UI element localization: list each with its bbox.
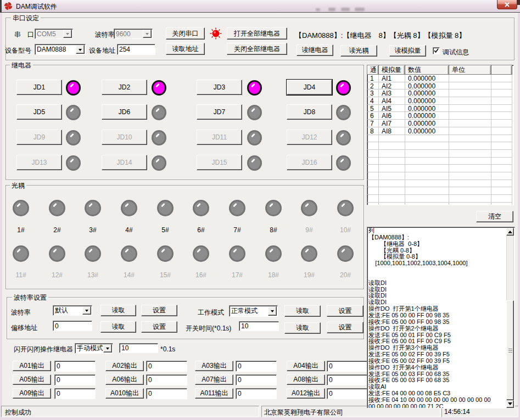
ao8-output-input[interactable]: [327, 374, 368, 385]
read-baudrate-button[interactable]: 读取: [100, 305, 136, 316]
table-cell: [379, 158, 405, 165]
read-offset-button[interactable]: 读取: [100, 321, 136, 333]
scroll-up-button[interactable]: [506, 228, 514, 236]
table-cell: [367, 150, 379, 158]
relay-button-jd13[interactable]: JD13: [16, 155, 62, 170]
offset-address-input[interactable]: [53, 321, 92, 331]
ao2-output-button[interactable]: A02输出: [105, 361, 144, 371]
scrollbar-thumb[interactable]: [506, 300, 514, 400]
opto-led-3: [85, 200, 101, 216]
ao5-output-input[interactable]: [54, 374, 96, 385]
clear-button[interactable]: 清空: [476, 211, 513, 222]
relay-group-title: 继电器: [10, 61, 33, 70]
table-cell: [491, 165, 512, 172]
ao11-output-button[interactable]: A011输出: [195, 388, 233, 399]
ao11-output-input[interactable]: [236, 388, 277, 399]
table-cell: [491, 97, 512, 105]
chevron-down-icon[interactable]: [103, 344, 112, 352]
ao3-output-button[interactable]: A03输出: [195, 361, 233, 371]
relay-button-jd8[interactable]: JD8: [287, 104, 332, 120]
ao4-output-input[interactable]: [327, 361, 368, 372]
opto-label-8: 8#: [262, 226, 284, 234]
table-header-channel[interactable]: 通: [367, 65, 379, 75]
relay-button-jd1[interactable]: JD1: [16, 80, 62, 95]
set-switch-time-button[interactable]: 设置: [327, 322, 364, 333]
relay-button-jd9[interactable]: JD9: [16, 130, 62, 145]
relay-button-jd11[interactable]: JD11: [197, 130, 242, 145]
scroll-down-button[interactable]: [506, 400, 514, 408]
relay-led-7: [247, 105, 262, 120]
ao6-output-input[interactable]: [146, 374, 187, 385]
table-header-analog[interactable]: 模拟量: [379, 65, 405, 75]
opto-label-20: 20#: [334, 271, 356, 279]
ao8-output-button[interactable]: A08输出: [287, 374, 325, 385]
close-all-relays-button[interactable]: 关闭全部继电器: [227, 43, 287, 55]
switch-time-input[interactable]: [239, 321, 279, 331]
ao12-output-button[interactable]: A012输出: [287, 388, 325, 399]
chevron-down-icon[interactable]: [76, 45, 85, 54]
relay-button-jd6[interactable]: JD6: [102, 104, 147, 120]
ao9-output-input[interactable]: [54, 388, 96, 399]
relay-button-jd10[interactable]: JD10: [102, 130, 147, 145]
ao3-output-input[interactable]: [236, 361, 277, 372]
open-all-relays-button[interactable]: 打开全部继电器: [227, 27, 287, 40]
chevron-down-icon[interactable]: [82, 306, 91, 315]
glass-smudge: [341, 8, 350, 11]
flash-time-input[interactable]: [119, 343, 158, 353]
ao4-output-button[interactable]: A04输出: [287, 361, 325, 371]
debug-info-checkbox[interactable]: [433, 47, 440, 54]
baudrate-combobox[interactable]: 默认: [53, 305, 92, 316]
relay-button-jd14[interactable]: JD14: [102, 155, 147, 170]
work-mode-combobox[interactable]: 正常模式: [229, 305, 278, 317]
ao7-output-input[interactable]: [236, 374, 277, 385]
chevron-down-icon[interactable]: [63, 30, 72, 38]
ao12-output-input[interactable]: [327, 388, 368, 399]
read-switch-time-button[interactable]: 读取: [284, 322, 321, 334]
port-combobox[interactable]: COM5: [35, 29, 73, 39]
relay-button-jd16[interactable]: JD16: [287, 155, 332, 170]
ao7-output-button[interactable]: A07输出: [195, 374, 233, 385]
relay-button-jd12[interactable]: JD12: [287, 130, 332, 145]
flash-mode-combobox[interactable]: 手动模式: [75, 343, 113, 354]
set-baudrate-button[interactable]: 设置: [141, 305, 177, 316]
relay-button-jd2[interactable]: JD2: [102, 80, 147, 95]
read-relays-button[interactable]: 读继电器: [297, 44, 333, 56]
set-offset-button[interactable]: 设置: [141, 321, 177, 333]
table-cell: [379, 180, 405, 188]
ao2-output-input[interactable]: [146, 361, 187, 372]
opto-led-8: [265, 200, 282, 216]
set-work-mode-button[interactable]: 设置: [327, 305, 364, 317]
table-cell: [367, 142, 379, 150]
ao10-output-button[interactable]: A010输出: [105, 388, 144, 399]
table-header-extra[interactable]: [491, 65, 512, 75]
table-header-value[interactable]: 数值: [405, 65, 449, 75]
ao6-output-button[interactable]: A06输出: [105, 374, 144, 385]
table-header-unit[interactable]: 单位: [449, 65, 491, 75]
relay-button-jd4[interactable]: JD4: [287, 80, 332, 95]
baud-combobox[interactable]: 9600: [114, 29, 153, 39]
read-work-mode-button[interactable]: 读取: [284, 305, 321, 317]
relay-button-jd15[interactable]: JD15: [197, 155, 242, 170]
close-button[interactable]: [497, 0, 517, 9]
device-address-input[interactable]: [117, 44, 155, 55]
opto-led-6: [193, 200, 209, 216]
opto-label-10: 10#: [334, 226, 356, 234]
table-cell: [405, 158, 449, 165]
read-opto-button[interactable]: 读光耦: [340, 45, 377, 57]
chevron-down-icon[interactable]: [143, 30, 152, 38]
read-address-button[interactable]: 读取地址: [166, 43, 205, 55]
chevron-down-icon[interactable]: [268, 306, 277, 316]
ao9-output-button[interactable]: A09输出: [13, 388, 51, 399]
table-cell: 8: [367, 127, 379, 135]
read-analog-button[interactable]: 读模拟量: [389, 45, 426, 57]
model-combobox[interactable]: DAM0888: [35, 44, 86, 55]
relay-button-jd5[interactable]: JD5: [16, 104, 62, 120]
title-bar[interactable]: DAM调试软件: [0, 0, 520, 12]
ao1-output-input[interactable]: [54, 361, 96, 372]
ao10-output-input[interactable]: [146, 388, 187, 399]
relay-button-jd3[interactable]: JD3: [197, 80, 242, 95]
ao1-output-button[interactable]: A01输出: [13, 361, 51, 371]
relay-button-jd7[interactable]: JD7: [197, 104, 242, 120]
close-port-button[interactable]: 关闭串口: [166, 27, 205, 40]
ao5-output-button[interactable]: A05输出: [13, 374, 51, 385]
